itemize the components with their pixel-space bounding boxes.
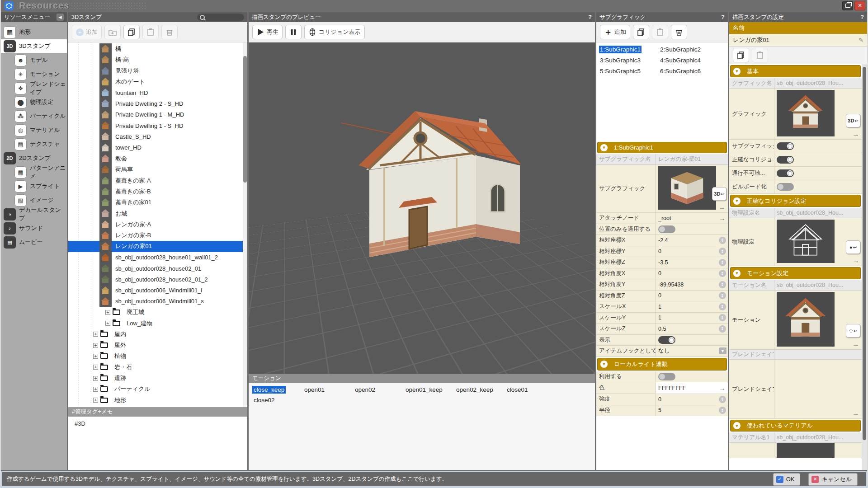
play-button[interactable]: 再生 [252, 25, 283, 39]
tree-row[interactable]: + 屋内 [68, 329, 243, 340]
expander-icon[interactable]: + [93, 398, 98, 403]
sidebar-item-movie[interactable]: ▤ ムービー [1, 235, 67, 249]
sidebar-item-physics[interactable]: ⬤ 物理設定 [1, 95, 67, 109]
edit-pencil-icon[interactable]: ✎ [859, 37, 863, 43]
tree-row[interactable]: + 遺跡 [68, 373, 243, 384]
property-value[interactable]: 0.5 ⇕ ▼ → [656, 324, 728, 334]
motion-item[interactable]: close02 [252, 397, 303, 404]
rel-x-row[interactable]: 相対座標X -2.4 ⇕ ▼ → [596, 235, 728, 246]
stepper-icon[interactable]: ⇕ [719, 325, 726, 333]
rel-z-row[interactable]: 相対座標Z -3.5 ⇕ ▼ → [596, 257, 728, 268]
toggle-switch[interactable] [777, 169, 794, 177]
visible-row[interactable]: 表示 ⇕ ▼ → [596, 335, 728, 346]
impassable-toggle-row[interactable]: 通行不可地... ⇕ ▼ → [729, 167, 862, 180]
tree-row[interactable]: 荷馬車 [68, 164, 243, 175]
sidebar-item-image[interactable]: ▧ イメージ [1, 193, 67, 207]
property-value[interactable]: ⇕ ▼ → ⁘→ [774, 291, 862, 349]
help-icon[interactable]: ? [721, 14, 725, 20]
property-value[interactable]: レンガの家-壁01 ⇕ ▼ → [656, 154, 728, 164]
preview-3d-viewport[interactable] [249, 42, 595, 374]
sidebar-item-3d-stamp[interactable]: 3D 3Dスタンプ [1, 39, 67, 53]
rel-y-row[interactable]: 相対座標Y 0 ⇕ ▼ → [596, 246, 728, 258]
toggle-switch[interactable] [777, 183, 794, 191]
search-input[interactable] [197, 14, 244, 21]
sidebar-item-sprite[interactable]: ▶ スプライト [1, 179, 67, 193]
tree-row[interactable]: + 屋外 [68, 340, 243, 351]
stepper-icon[interactable]: ⇕ [719, 314, 726, 321]
motion-item[interactable]: open02 [354, 386, 404, 393]
thumbnail[interactable] [777, 292, 835, 347]
sidebar-item-decal-stamp[interactable]: ◑ デカールスタンプ [1, 207, 67, 221]
help-icon[interactable]: ? [860, 14, 864, 20]
expander-icon[interactable]: + [93, 376, 98, 381]
dropdown-icon[interactable]: ▼ [719, 347, 726, 354]
thumbnail[interactable] [658, 166, 716, 210]
delete-stamp-button[interactable] [161, 25, 178, 39]
attach-node-row[interactable]: アタッチノード _root ⇕ ▼ → [596, 213, 728, 224]
property-value[interactable]: ⇕ ▼ → [774, 443, 862, 458]
delete-subgraphic-button[interactable] [671, 25, 687, 39]
scale-x-row[interactable]: スケールX 1 ⇕ ▼ → [596, 301, 728, 313]
detail-arrow-icon[interactable]: → [852, 409, 859, 418]
property-value[interactable]: ⇕ ▼ → [774, 180, 862, 193]
tree-row[interactable]: fountain_HD [68, 87, 243, 98]
tree-row[interactable]: 見張り塔 [68, 66, 243, 76]
tree-row[interactable]: レンガの家-B [68, 230, 243, 241]
property-value[interactable]: -3.5 ⇕ ▼ → [656, 257, 728, 268]
toggle-switch[interactable] [658, 225, 675, 233]
expander-icon[interactable]: + [93, 332, 98, 337]
subgraphic-list-item[interactable]: 4:SubGraphic4 [659, 57, 719, 64]
use-local-light-row[interactable]: 利用する ⇕ ▼ → [596, 371, 728, 383]
sidebar-item-sound[interactable]: ♪ サウンド [1, 221, 67, 235]
sidebar-item-2d-stamp[interactable]: 2D 2Dスタンプ [1, 151, 67, 165]
sidebar-item-particle[interactable]: ⁂ パーティクル [1, 109, 67, 123]
property-value[interactable]: ⇕ ▼ → ●→ [774, 218, 862, 266]
paste-subgraphic-button[interactable] [652, 25, 668, 39]
tree-row[interactable]: 教会 [68, 153, 243, 164]
tree-row[interactable]: 橘-高 [68, 54, 243, 65]
property-value[interactable]: sb_obj_outdoor028_Hou... ⇕ ▼ → [774, 78, 862, 88]
stepper-icon[interactable]: ⇕ [719, 281, 726, 288]
sidebar-item-pattern-anime[interactable]: ▦ パターンアニメ [1, 165, 67, 179]
tags-memo-field[interactable]: #3D [68, 417, 247, 470]
tree-row[interactable]: 木のゲート [68, 76, 243, 87]
property-value[interactable]: ⇕ ▼ → [774, 350, 862, 359]
detail-arrow-icon[interactable]: → [852, 130, 859, 138]
color-row[interactable]: 色 FFFFFFFF ⇕ ▼ → [596, 382, 728, 394]
close-window-button[interactable]: ✕ [854, 1, 865, 10]
tree-row[interactable]: 藁葺きの家-A [68, 175, 243, 186]
blendshape-name-row[interactable]: ブレンドシェイプ名 ⇕ ▼ → [729, 350, 862, 360]
cancel-button[interactable]: ✕ キャンセル [808, 473, 858, 486]
detail-arrow-icon[interactable]: → [718, 203, 726, 211]
property-value[interactable]: -2.4 ⇕ ▼ → [656, 235, 728, 246]
tree-row[interactable]: sb_obj_outdoor028_house02_01 [68, 263, 243, 274]
property-value[interactable]: ⇕ ▼ → [774, 167, 862, 180]
paste-stamp-button[interactable] [142, 25, 159, 39]
property-value[interactable]: なし ⇕ ▼ → [656, 346, 728, 357]
tree-row[interactable]: + 岩・石 [68, 362, 243, 373]
property-value[interactable]: ⇕ ▼ → [656, 335, 728, 346]
settings-scrollbar[interactable] [862, 64, 867, 470]
expander-icon[interactable]: + [93, 387, 98, 392]
sidebar-item-material[interactable]: ◍ マテリアル [1, 123, 67, 137]
stamp-name-field[interactable]: レンガの家01 ✎ [729, 34, 867, 47]
physics-name-row[interactable]: 物理設定名 sb_obj_outdoor028_Hou... ⇕ ▼ → [729, 208, 862, 218]
property-value[interactable]: ⇕ ▼ → 3D→ [656, 165, 728, 212]
property-value[interactable]: 0 ⇕ ▼ → [656, 291, 728, 301]
stepper-icon[interactable]: ⇕ [719, 303, 726, 310]
swap-resource-icon[interactable]: 3D [846, 114, 860, 127]
paste-settings-button[interactable] [752, 48, 768, 62]
item-hook-row[interactable]: アイテムフックとして利用 なし ⇕ ▼ → [596, 346, 728, 357]
rot-z-row[interactable]: 相対角度Z 0 ⇕ ▼ → [596, 291, 728, 302]
subgraphic-list-item[interactable]: 2:SubGraphic2 [659, 46, 719, 53]
property-value[interactable]: ⇕ ▼ → 3D→ [774, 89, 862, 139]
tree-row[interactable]: レンガの家-A [68, 219, 243, 230]
tree-row[interactable]: Private Dwelling 1 - S_HD [68, 120, 243, 131]
tree-row[interactable]: + 廃王城 [68, 307, 243, 318]
copy-settings-button[interactable] [733, 48, 749, 62]
property-value[interactable]: ⇕ ▼ → [774, 153, 862, 166]
section-motion[interactable]: モーション設定 ⇕ ▼ → [730, 267, 861, 279]
add-stamp-button[interactable]: + 追加 [72, 25, 102, 39]
position-only-row[interactable]: 位置のみを適用する ⇕ ▼ → [596, 224, 728, 235]
toggle-switch[interactable] [777, 156, 794, 164]
